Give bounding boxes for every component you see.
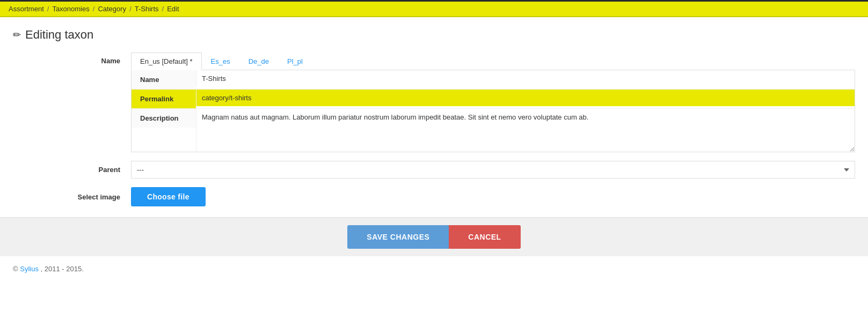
breadcrumb-tshirts[interactable]: T-Shirts [135, 5, 159, 13]
footer: © Sylius , 2011 - 2015. [0, 256, 868, 281]
permalink-inner-group: Permalink [132, 90, 855, 109]
select-image-label: Select image [13, 193, 131, 201]
action-bar: SAVE CHANGES CANCEL [0, 217, 868, 256]
breadcrumb-taxonomies[interactable]: Taxonomies [52, 5, 89, 13]
separator-4: / [162, 5, 164, 13]
tab-pl-pl[interactable]: Pl_pl [278, 53, 312, 70]
tab-en-us[interactable]: En_us [Default] * [131, 53, 202, 70]
separator-1: / [47, 5, 49, 13]
breadcrumb: Assortment / Taxonomies / Category / T-S… [0, 2, 868, 17]
description-inner-group: Description Magnam natus aut magnam. Lab… [132, 109, 855, 152]
name-input[interactable] [196, 70, 855, 87]
pencil-icon: ✏ [13, 29, 21, 41]
footer-suffix: , 2011 - 2015. [41, 265, 84, 273]
cancel-button[interactable]: CANCEL [449, 225, 520, 249]
parent-select[interactable]: --- [131, 161, 855, 179]
main-content: Name En_us [Default] * Es_es De_de Pl_pl… [0, 47, 868, 206]
select-image-group: Select image Choose file [13, 187, 855, 206]
name-control-wrap: En_us [Default] * Es_es De_de Pl_pl Name… [131, 53, 855, 152]
breadcrumb-edit: Edit [167, 5, 179, 13]
tab-panel: Name Permalink Description Magnam natus … [131, 70, 855, 152]
page-title: Editing taxon [25, 28, 93, 42]
breadcrumb-category[interactable]: Category [98, 5, 126, 13]
description-inner-label: Description [132, 109, 196, 128]
name-inner-label: Name [132, 70, 196, 89]
parent-form-group: Parent --- [13, 161, 855, 179]
parent-label: Parent [13, 166, 131, 174]
description-textarea[interactable]: Magnam natus aut magnam. Laborum illum p… [196, 109, 855, 152]
choose-file-button[interactable]: Choose file [131, 187, 206, 206]
name-form-group: Name En_us [Default] * Es_es De_de Pl_pl… [13, 53, 855, 152]
footer-prefix: © [13, 265, 18, 273]
tab-es-es[interactable]: Es_es [202, 53, 239, 70]
separator-2: / [93, 5, 95, 13]
name-label: Name [13, 53, 131, 65]
tab-de-de[interactable]: De_de [239, 53, 278, 70]
save-changes-button[interactable]: SAVE CHANGES [347, 225, 449, 249]
permalink-input[interactable] [196, 90, 855, 106]
page-header: ✏ Editing taxon [0, 17, 868, 47]
separator-3: / [129, 5, 132, 13]
footer-brand-link[interactable]: Sylius [20, 265, 39, 273]
language-tabs: En_us [Default] * Es_es De_de Pl_pl [131, 53, 855, 70]
breadcrumb-assortment[interactable]: Assortment [9, 5, 44, 13]
name-inner-group: Name [132, 70, 855, 90]
permalink-inner-label: Permalink [132, 90, 196, 108]
